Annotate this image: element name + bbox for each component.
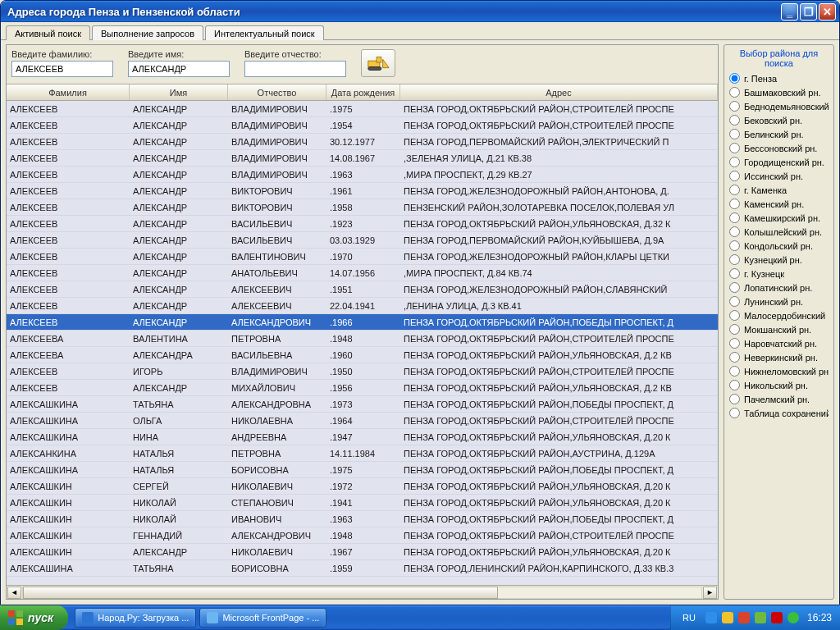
table-row[interactable]: АЛЕКСАШКИННИКОЛАЙСТЕПАНОВИЧ.1941ПЕНЗА ГО…: [7, 495, 718, 511]
region-option[interactable]: Белинский рн.: [729, 127, 829, 141]
region-radio[interactable]: [729, 101, 740, 112]
table-row[interactable]: АЛЕКСЕЕВИГОРЬВЛАДИМИРОВИЧ.1950ПЕНЗА ГОРО…: [7, 363, 718, 380]
grid-body[interactable]: АЛЕКСЕЕВАЛЕКСАНДРВЛАДИМИРОВИЧ.1975ПЕНЗА …: [7, 101, 718, 585]
region-radio[interactable]: [729, 143, 740, 153]
column-header[interactable]: Адрес: [400, 84, 718, 100]
table-row[interactable]: АЛЕКСЕЕВАЛЕКСАНДРВЛАДИМИРОВИЧ.1975ПЕНЗА …: [7, 101, 718, 117]
table-row[interactable]: АЛЕКСАШКИНАОЛЬГАНИКОЛАЕВНА.1964ПЕНЗА ГОР…: [7, 413, 718, 429]
region-option[interactable]: Пачелмский рн.: [729, 392, 829, 406]
region-option[interactable]: Колышлейский рн.: [729, 225, 829, 239]
table-row[interactable]: АЛЕКСЕЕВАВАЛЕНТИНАПЕТРОВНА.1948ПЕНЗА ГОР…: [7, 331, 718, 347]
region-option[interactable]: Камешкирский рн.: [729, 211, 829, 225]
region-radio[interactable]: [729, 268, 740, 279]
region-option[interactable]: Лунинский рн.: [729, 294, 829, 308]
tray-icon[interactable]: [738, 612, 750, 623]
region-option[interactable]: Городищенский рн.: [729, 155, 829, 169]
region-option[interactable]: г. Каменка: [729, 183, 829, 197]
region-radio[interactable]: [729, 87, 740, 98]
region-option[interactable]: Мокшанский рн.: [729, 322, 829, 336]
taskbar-task[interactable]: Народ.Ру: Загрузка ...: [75, 608, 196, 628]
scroll-left-button[interactable]: ◄: [7, 587, 21, 599]
minimize-button[interactable]: ‗: [781, 3, 798, 21]
clock[interactable]: 16:23: [807, 612, 832, 623]
table-row[interactable]: АЛЕКСАШИНАТАТЬЯНАБОРИСОВНА.1959ПЕНЗА ГОР…: [7, 560, 718, 577]
table-row[interactable]: АЛЕКСЕЕВАЛЕКСАНДРВИКТОРОВИЧ.1961ПЕНЗА ГО…: [7, 183, 718, 199]
region-option[interactable]: Нижнеломовский рн.: [729, 364, 829, 378]
region-option[interactable]: Наровчатский рн.: [729, 336, 829, 350]
scroll-thumb[interactable]: [23, 587, 498, 599]
region-radio[interactable]: [729, 115, 740, 126]
region-option[interactable]: Беднодемьяновский рн.: [729, 99, 829, 113]
region-option[interactable]: Никольский рн.: [729, 378, 829, 392]
surname-input[interactable]: [11, 61, 113, 77]
table-row[interactable]: АЛЕКСЕЕВАЛЕКСАНДРАЛЕКСЕЕВИЧ22.04.1941,ЛЕ…: [7, 298, 718, 314]
region-option[interactable]: Лопатинский рн.: [729, 281, 829, 294]
titlebar[interactable]: Адреса города Пенза и Пензенской области…: [1, 1, 839, 22]
table-row[interactable]: АЛЕКСАШКИНАТАТЬЯНААЛЕКСАНДРОВНА.1973ПЕНЗ…: [7, 396, 718, 413]
region-option[interactable]: Кондольский рн.: [729, 239, 829, 253]
region-radio[interactable]: [729, 380, 740, 390]
table-row[interactable]: АЛЕКСАШКИНАНАТАЛЬЯБОРИСОВНА.1975ПЕНЗА ГО…: [7, 462, 718, 478]
start-button[interactable]: пуск: [0, 605, 68, 630]
tray-icon[interactable]: [705, 612, 717, 623]
table-row[interactable]: АЛЕКСАШКИННИКОЛАЙИВАНОВИЧ.1963ПЕНЗА ГОРО…: [7, 511, 718, 527]
system-tray[interactable]: RU 16:23: [670, 605, 840, 630]
region-radio[interactable]: [729, 394, 740, 404]
column-header[interactable]: Фамилия: [7, 84, 130, 100]
table-row[interactable]: АЛЕКСАШКИНАНИНААНДРЕЕВНА.1947ПЕНЗА ГОРОД…: [7, 429, 718, 445]
tray-icon[interactable]: [722, 612, 733, 623]
restore-button[interactable]: ❐: [800, 3, 817, 21]
taskbar-task[interactable]: Microsoft FrontPage - ...: [199, 608, 326, 628]
tab-2[interactable]: Интелектуальный поиск: [205, 25, 324, 40]
region-option[interactable]: Таблица сохранений: [729, 406, 829, 420]
region-radio[interactable]: [729, 352, 740, 363]
language-indicator[interactable]: RU: [682, 613, 696, 623]
table-row[interactable]: АЛЕКСЕЕВАЛЕКСАНДРАЛЕКСЕЕВИЧ.1951ПЕНЗА ГО…: [7, 281, 718, 298]
region-radio[interactable]: [729, 73, 740, 84]
table-row[interactable]: АЛЕКСАШКИНГЕННАДИЙАЛЕКСАНДРОВИЧ.1948ПЕНЗ…: [7, 527, 718, 544]
table-row[interactable]: АЛЕКСЕЕВАЛЕКСАНДРАНАТОЛЬЕВИЧ14.07.1956,М…: [7, 265, 718, 281]
tray-icon[interactable]: [771, 612, 783, 623]
region-radio[interactable]: [729, 282, 740, 293]
region-radio[interactable]: [729, 129, 740, 139]
region-option[interactable]: Кузнецкий рн.: [729, 253, 829, 267]
scroll-track[interactable]: [22, 587, 702, 599]
table-row[interactable]: АЛЕКСЕЕВАЛЕКСАНДРВАСИЛЬЕВИЧ.1923ПЕНЗА ГО…: [7, 216, 718, 232]
search-button[interactable]: [361, 49, 395, 77]
table-row[interactable]: АЛЕКСЕЕВАЛЕКСАНДРВЛАДИМИРОВИЧ.1963,МИРА …: [7, 167, 718, 183]
tab-1[interactable]: Выполнение запросов: [92, 25, 203, 40]
tray-icon[interactable]: [755, 612, 766, 623]
region-radio[interactable]: [729, 408, 740, 418]
region-radio[interactable]: [729, 185, 740, 195]
tray-icon[interactable]: [788, 612, 799, 623]
table-row[interactable]: АЛЕКСЕЕВАЛЕКСАНДРВАСИЛЬЕВИЧ03.03.1929ПЕН…: [7, 232, 718, 249]
patronymic-input[interactable]: [244, 61, 346, 77]
region-radio[interactable]: [729, 199, 740, 209]
table-row[interactable]: АЛЕКСАНКИНАНАТАЛЬЯПЕТРОВНА14.11.1984ПЕНЗ…: [7, 445, 718, 462]
close-button[interactable]: ✕: [819, 3, 836, 21]
table-row[interactable]: АЛЕКСАШКИНСЕРГЕЙНИКОЛАЕВИЧ.1972ПЕНЗА ГОР…: [7, 478, 718, 495]
region-radio[interactable]: [729, 240, 740, 251]
region-radio[interactable]: [729, 171, 740, 181]
region-radio[interactable]: [729, 296, 740, 307]
region-option[interactable]: г. Кузнецк: [729, 267, 829, 281]
region-option[interactable]: Малосердобинский рн.: [729, 308, 829, 322]
region-option[interactable]: Бековский рн.: [729, 113, 829, 127]
table-row[interactable]: АЛЕКСЕЕВАЛЕКСАНДРМИХАЙЛОВИЧ.1956ПЕНЗА ГО…: [7, 380, 718, 396]
taskbar[interactable]: пуск Народ.Ру: Загрузка ...Microsoft Fro…: [0, 605, 840, 630]
region-radio[interactable]: [729, 157, 740, 167]
region-option[interactable]: Каменский рн.: [729, 197, 829, 211]
region-option[interactable]: Иссинский рн.: [729, 169, 829, 183]
region-radio[interactable]: [729, 226, 740, 237]
region-option[interactable]: Башмаковский рн.: [729, 85, 829, 99]
table-row[interactable]: АЛЕКСЕЕВААЛЕКСАНДРАВАСИЛЬЕВНА.1960ПЕНЗА …: [7, 347, 718, 363]
table-row[interactable]: АЛЕКСЕЕВАЛЕКСАНДРАЛЕКСАНДРОВИЧ.1966ПЕНЗА…: [7, 314, 718, 331]
table-row[interactable]: АЛЕКСЕЕВАЛЕКСАНДРВЛАДИМИРОВИЧ14.08.1967,…: [7, 150, 718, 167]
table-row[interactable]: АЛЕКСЕЕВАЛЕКСАНДРВЛАДИМИРОВИЧ.1954ПЕНЗА …: [7, 117, 718, 134]
region-radio[interactable]: [729, 254, 740, 265]
scroll-right-button[interactable]: ►: [703, 587, 717, 599]
region-radio[interactable]: [729, 338, 740, 349]
horizontal-scrollbar[interactable]: ◄ ►: [7, 585, 718, 599]
table-row[interactable]: АЛЕКСЕЕВАЛЕКСАНДРВИКТОРОВИЧ.1958ПЕНЗЕНСК…: [7, 199, 718, 216]
region-radio[interactable]: [729, 324, 740, 335]
